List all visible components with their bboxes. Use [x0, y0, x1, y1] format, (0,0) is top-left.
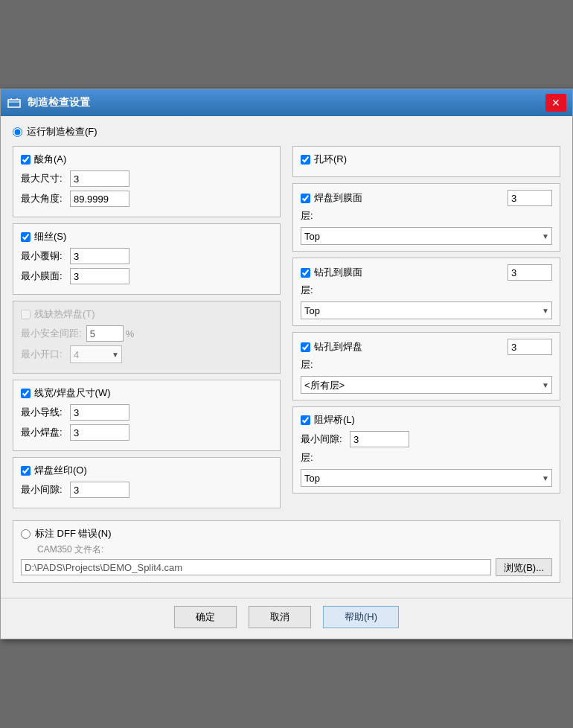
acid-trap-section: 酸角(A) 最大尺寸: 最大角度: [13, 146, 281, 217]
wire-pad-section: 线宽/焊盘尺寸(W) 最小导线: 最小焊盘: [13, 380, 281, 451]
pad-to-film-checkbox-label[interactable]: 焊盘到膜面 [301, 191, 503, 205]
min-film-input[interactable] [70, 268, 129, 284]
svg-rect-0 [8, 100, 20, 107]
footer: 确定 取消 帮助(H) [1, 598, 572, 639]
solder-bridge-checkbox[interactable] [301, 415, 310, 425]
run-check-label[interactable]: 运行制造检查(F) [13, 125, 560, 138]
ring-checkbox[interactable] [301, 155, 310, 165]
solder-bridge-layer-label: 层: [301, 451, 552, 464]
pad-to-film-select-wrap: Top Bottom All ▼ [301, 227, 552, 245]
dff-radio-label[interactable]: 标注 DFF 错误(N) [21, 527, 552, 540]
min-fill-row: 最小覆铜: [21, 248, 272, 264]
drill-to-film-select[interactable]: Top Bottom All [301, 301, 552, 319]
pad-silk-gap-row: 最小间隙: [21, 482, 272, 498]
residual-pad-checkbox[interactable] [21, 310, 31, 319]
main-grid: 酸角(A) 最大尺寸: 最大角度: 细丝(S) [13, 146, 560, 514]
drill-to-film-select-wrap: Top Bottom All ▼ [301, 301, 552, 319]
percent-wrap: % [86, 325, 135, 342]
drill-to-pad-input[interactable] [508, 339, 552, 355]
max-size-row: 最大尺寸: [21, 170, 272, 187]
drill-to-pad-layer-label: 层: [301, 358, 552, 371]
solder-bridge-select-wrap: Top Bottom All ▼ [301, 469, 552, 487]
browse-button[interactable]: 浏览(B)... [496, 558, 552, 576]
acid-trap-checkbox-label[interactable]: 酸角(A) [21, 153, 272, 166]
run-check-radio[interactable] [13, 127, 22, 137]
bottom-section: 标注 DFF 错误(N) CAM350 文件名: 浏览(B)... [13, 520, 560, 583]
thin-wire-checkbox[interactable] [21, 232, 31, 242]
drill-to-film-layer-label: 层: [301, 284, 552, 297]
cancel-button[interactable]: 取消 [249, 606, 311, 628]
min-wire-input[interactable] [70, 404, 129, 421]
max-angle-input[interactable] [70, 191, 129, 207]
min-wire-row: 最小导线: [21, 404, 272, 421]
title-text: 制造检查设置 [28, 96, 90, 109]
solder-bridge-gap-row: 最小间隙: [301, 431, 552, 447]
right-column: 孔环(R) 焊盘到膜面 层: Top [292, 146, 560, 514]
cam-path-input[interactable] [21, 559, 491, 575]
dff-radio[interactable] [21, 529, 31, 539]
pad-to-film-section: 焊盘到膜面 层: Top Bottom All ▼ [292, 183, 560, 252]
residual-pad-checkbox-label[interactable]: 残缺热焊盘(T) [21, 307, 272, 321]
min-fill-input[interactable] [70, 248, 129, 264]
min-safety-input[interactable] [86, 325, 124, 342]
pad-silk-gap-input[interactable] [70, 482, 129, 498]
residual-pad-section: 残缺热焊盘(T) 最小安全间距: % 最小开口: 4 [13, 301, 281, 374]
drill-to-film-checkbox[interactable] [301, 268, 310, 278]
min-open-select-wrap: 4 3 5 ▼ [70, 345, 122, 363]
pad-to-film-select[interactable]: Top Bottom All [301, 227, 552, 245]
ring-section: 孔环(R) [292, 146, 560, 177]
ok-button[interactable]: 确定 [174, 606, 237, 628]
min-safety-row: 最小安全间距: % [21, 325, 272, 342]
run-check-row: 运行制造检查(F) [13, 125, 560, 138]
solder-bridge-section: 阻焊桥(L) 最小间隙: 层: Top Bottom All ▼ [292, 406, 560, 494]
min-pad-input[interactable] [70, 424, 129, 441]
solder-bridge-checkbox-label[interactable]: 阻焊桥(L) [301, 413, 552, 427]
min-pad-row: 最小焊盘: [21, 424, 272, 441]
title-bar-left: 制造检查设置 [7, 95, 90, 110]
help-button[interactable]: 帮助(H) [323, 606, 399, 628]
drill-to-film-header: 钻孔到膜面 [301, 264, 552, 281]
cam-path-row: 浏览(B)... [21, 558, 552, 576]
thin-wire-checkbox-label[interactable]: 细丝(S) [21, 230, 272, 243]
pad-to-film-layer-label: 层: [301, 209, 552, 223]
drill-to-film-checkbox-label[interactable]: 钻孔到膜面 [301, 266, 503, 279]
drill-to-pad-section: 钻孔到焊盘 层: <所有层> Top Bottom ▼ [292, 332, 560, 400]
min-open-row: 最小开口: 4 3 5 ▼ [21, 345, 272, 363]
pad-silkscreen-checkbox-label[interactable]: 焊盘丝印(O) [21, 464, 272, 477]
max-angle-row: 最大角度: [21, 191, 272, 207]
pad-to-film-input[interactable] [508, 190, 552, 206]
drill-to-film-input[interactable] [508, 264, 552, 281]
acid-trap-checkbox[interactable] [21, 155, 31, 165]
pad-silkscreen-section: 焊盘丝印(O) 最小间隙: [13, 457, 281, 508]
pad-to-film-header: 焊盘到膜面 [301, 190, 552, 206]
max-size-input[interactable] [70, 170, 129, 187]
wire-pad-checkbox-label[interactable]: 线宽/焊盘尺寸(W) [21, 386, 272, 400]
ring-checkbox-label[interactable]: 孔环(R) [301, 153, 552, 166]
pad-to-film-checkbox[interactable] [301, 194, 310, 203]
app-icon [7, 95, 22, 110]
drill-to-film-section: 钻孔到膜面 层: Top Bottom All ▼ [292, 258, 560, 326]
solder-bridge-select[interactable]: Top Bottom All [301, 469, 552, 487]
drill-to-pad-select-wrap: <所有层> Top Bottom ▼ [301, 376, 552, 394]
content-area: 运行制造检查(F) 酸角(A) 最大尺寸: 最大角度 [1, 116, 572, 592]
min-open-select[interactable]: 4 3 5 [70, 345, 122, 363]
drill-to-pad-header: 钻孔到焊盘 [301, 339, 552, 355]
min-film-row: 最小膜面: [21, 268, 272, 284]
wire-pad-checkbox[interactable] [21, 389, 31, 398]
title-bar: 制造检查设置 ✕ [1, 89, 572, 116]
solder-bridge-gap-input[interactable] [350, 431, 409, 447]
main-window: 制造检查设置 ✕ 运行制造检查(F) 酸角(A) [0, 89, 573, 639]
drill-to-pad-select[interactable]: <所有层> Top Bottom [301, 376, 552, 394]
cam-filename-label: CAM350 文件名: [37, 543, 552, 556]
drill-to-pad-checkbox-label[interactable]: 钻孔到焊盘 [301, 340, 503, 354]
drill-to-pad-checkbox[interactable] [301, 342, 310, 352]
left-column: 酸角(A) 最大尺寸: 最大角度: 细丝(S) [13, 146, 281, 514]
close-button[interactable]: ✕ [545, 94, 566, 112]
thin-wire-section: 细丝(S) 最小覆铜: 最小膜面: [13, 223, 281, 295]
pad-silkscreen-checkbox[interactable] [21, 466, 31, 476]
